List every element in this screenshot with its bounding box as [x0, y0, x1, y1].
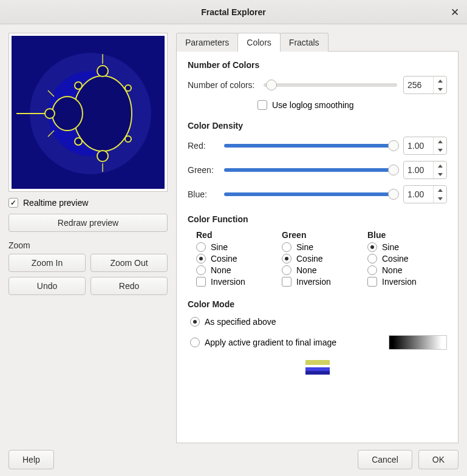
mode-apply-gradient-radio[interactable] — [190, 338, 200, 347]
blue-none-radio[interactable] — [367, 265, 377, 275]
func-green-head: Green — [282, 230, 361, 240]
gradient-preview[interactable] — [389, 335, 447, 350]
realtime-preview-label: Realtime preview — [23, 198, 88, 208]
green-density-label: Green: — [188, 165, 218, 175]
green-density-down-icon[interactable] — [434, 170, 446, 178]
green-density-spin[interactable] — [403, 161, 447, 179]
green-density-slider[interactable] — [224, 168, 397, 172]
blue-sine-radio[interactable] — [367, 242, 377, 252]
window-title: Fractal Explorer — [201, 7, 266, 17]
svg-point-9 — [75, 138, 82, 145]
red-density-down-icon[interactable] — [434, 146, 446, 154]
colors-panel: Number of Colors Number of colors: Use l — [176, 51, 458, 443]
blue-density-up-icon[interactable] — [434, 186, 446, 194]
redraw-preview-button[interactable]: Redraw preview — [9, 214, 168, 232]
tab-parameters[interactable]: Parameters — [176, 33, 238, 52]
zoom-heading: Zoom — [9, 240, 168, 250]
green-cosine-radio[interactable] — [282, 254, 291, 264]
func-blue-head: Blue — [367, 230, 447, 240]
num-colors-spin[interactable] — [403, 76, 447, 94]
svg-point-11 — [125, 136, 131, 142]
num-colors-up-icon[interactable] — [434, 76, 446, 85]
red-none-radio[interactable] — [196, 265, 206, 275]
svg-point-4 — [52, 97, 83, 131]
realtime-preview-checkbox[interactable] — [9, 198, 18, 208]
num-colors-heading: Number of Colors — [188, 60, 447, 70]
green-inversion-checkbox[interactable] — [282, 277, 291, 287]
green-none-radio[interactable] — [282, 265, 291, 275]
blue-density-slider[interactable] — [224, 192, 397, 196]
help-button[interactable]: Help — [9, 450, 54, 469]
blue-cosine-radio[interactable] — [367, 254, 377, 264]
palette-swatch — [305, 360, 330, 375]
red-sine-radio[interactable] — [196, 242, 206, 252]
green-density-up-icon[interactable] — [434, 162, 446, 170]
num-colors-down-icon[interactable] — [434, 85, 446, 93]
blue-density-input[interactable] — [404, 186, 433, 203]
cancel-button[interactable]: Cancel — [358, 450, 412, 469]
red-cosine-radio[interactable] — [196, 254, 206, 264]
ok-button[interactable]: OK — [418, 450, 458, 469]
color-mode-heading: Color Mode — [188, 299, 447, 309]
bottom-bar: Help Cancel OK — [0, 443, 467, 476]
zoom-in-button[interactable]: Zoom In — [9, 254, 86, 272]
green-density-input[interactable] — [404, 162, 433, 178]
red-density-label: Red: — [188, 141, 218, 151]
zoom-out-button[interactable]: Zoom Out — [90, 254, 168, 272]
svg-point-8 — [75, 82, 82, 89]
red-inversion-checkbox[interactable] — [196, 277, 206, 287]
blue-density-label: Blue: — [188, 189, 218, 199]
zoom-undo-button[interactable]: Undo — [9, 277, 86, 295]
red-density-slider[interactable] — [224, 144, 397, 148]
svg-point-10 — [125, 85, 131, 91]
num-colors-label: Number of colors: — [188, 80, 257, 90]
preview-frame — [9, 33, 168, 192]
num-colors-input[interactable] — [404, 76, 433, 93]
tab-colors[interactable]: Colors — [237, 33, 280, 52]
svg-point-7 — [97, 151, 108, 162]
loglog-label: Use loglog smoothing — [272, 100, 354, 110]
color-density-heading: Color Density — [188, 121, 447, 131]
svg-point-6 — [97, 66, 108, 76]
tab-bar: Parameters Colors Fractals — [176, 33, 458, 52]
num-colors-slider[interactable] — [264, 83, 397, 87]
svg-point-5 — [45, 109, 55, 118]
close-icon[interactable]: ✕ — [449, 6, 461, 18]
red-density-spin[interactable] — [403, 137, 447, 155]
green-sine-radio[interactable] — [282, 242, 291, 252]
tab-fractals[interactable]: Fractals — [280, 33, 329, 52]
red-density-up-icon[interactable] — [434, 137, 446, 146]
mode-as-specified-radio[interactable] — [190, 317, 200, 327]
color-function-heading: Color Function — [188, 214, 447, 224]
blue-inversion-checkbox[interactable] — [367, 277, 377, 287]
fractal-preview[interactable] — [12, 36, 165, 189]
loglog-checkbox[interactable] — [257, 100, 267, 110]
blue-density-down-icon[interactable] — [434, 194, 446, 203]
titlebar: Fractal Explorer ✕ — [0, 0, 467, 24]
red-density-input[interactable] — [404, 137, 433, 154]
func-red-head: Red — [196, 230, 276, 240]
blue-density-spin[interactable] — [403, 185, 447, 203]
zoom-redo-button[interactable]: Redo — [90, 277, 168, 295]
